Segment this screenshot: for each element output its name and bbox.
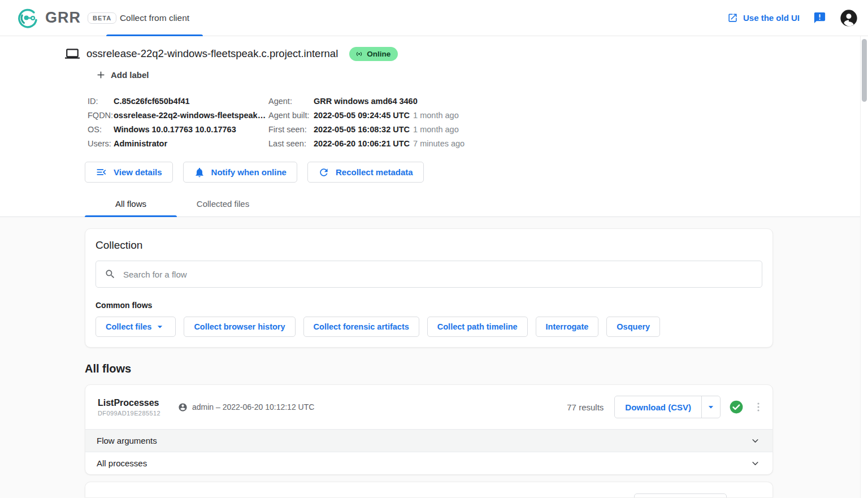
detail-relative-time: 1 month ago [413,125,459,134]
scrollbar-thumb[interactable] [862,39,867,102]
interrogate-button[interactable]: Interrogate [536,317,599,337]
collect-files-button[interactable]: Collect files [96,317,176,337]
feedback-icon [813,11,826,24]
tab-all-flows[interactable]: All flows [85,190,177,216]
feedback-button[interactable] [813,11,826,24]
brand-name: GRR [45,9,81,27]
detail-value: GRR windows amd64 3460 [314,97,418,106]
detail-label: Agent built: [268,111,314,120]
tab-collect-from-client[interactable]: Collect from client [106,0,203,36]
online-broadcast-icon [355,50,363,58]
add-label-label: Add label [111,70,149,80]
collect-forensic-artifacts-button[interactable]: Collect forensic artifacts [303,317,419,337]
collect-forensic-artifacts-label: Collect forensic artifacts [314,322,409,331]
top-bar-right: Use the old UI [727,9,868,27]
add-label-button[interactable]: Add label [96,70,149,80]
partial-download-button[interactable] [634,493,727,497]
laptop-icon [65,46,80,61]
detail-row-last-seen: Last seen: 2022-06-20 10:06:21 UTC 7 min… [268,136,465,150]
detail-label: ID: [88,97,114,106]
client-action-buttons: View details Notify when online Recollec… [85,162,868,183]
collect-browser-history-button[interactable]: Collect browser history [184,317,295,337]
detail-value: 2022-06-20 10:06:21 UTC [314,139,410,148]
person-circle-icon [178,402,188,412]
caret-down-icon [154,321,166,332]
notify-when-online-button[interactable]: Notify when online [183,162,297,183]
user-avatar[interactable] [840,9,858,27]
detail-row-os: OS: Windows 10.0.17763 10.0.17763 [88,122,268,136]
chevron-down-icon[interactable] [749,457,761,469]
tab-all-flows-label: All flows [115,199,146,209]
use-old-ui-link[interactable]: Use the old UI [727,12,800,23]
client-details-left: ID: C.85c26fcf650b4f41 FQDN: ossrelease-… [88,94,268,150]
client-hostname: ossrelease-22q2-windows-fleetspeak.c.pro… [86,47,338,60]
online-status-badge: Online [349,47,398,61]
all-processes-label: All processes [97,458,147,468]
flow-arguments-expander[interactable]: Flow arguments [85,429,772,452]
next-flow-card-partial [85,482,773,497]
collect-path-timeline-button[interactable]: Collect path timeline [427,317,528,337]
flow-name-block: ListProcesses DF099AD19E285512 [98,398,178,417]
detail-relative-time: 1 month ago [413,111,459,120]
brand: GRR BETA [0,7,116,29]
collect-files-label: Collect files [106,322,151,331]
flow-search-input[interactable] [123,270,753,279]
detail-row-agent: Agent: GRR windows amd64 3460 [268,94,465,108]
view-details-label: View details [114,167,162,177]
flow-results-count: 77 results [567,402,604,412]
detail-value: Windows 10.0.17763 10.0.17763 [114,125,236,134]
flow-creator-line: admin – 2022-06-20 10:12:12 UTC [192,402,314,412]
use-old-ui-label: Use the old UI [743,13,800,23]
client-tabs: All flows Collected files [0,190,868,217]
flow-creator: admin – 2022-06-20 10:12:12 UTC [178,402,314,412]
tab-collected-files-label: Collected files [197,199,249,209]
detail-label: Last seen: [268,139,314,148]
flow-name: ListProcesses [98,398,178,408]
chevron-down-icon[interactable] [749,435,761,447]
open-in-new-icon [727,12,738,23]
recollect-metadata-label: Recollect metadata [336,167,413,177]
detail-label: FQDN: [88,111,114,120]
flow-menu-button[interactable] [752,401,765,413]
collection-card: Collection Common flows Collect files Co… [85,228,773,348]
detail-label: OS: [88,125,114,134]
download-csv-button[interactable]: Download (CSV) [615,396,701,418]
add-label-row: Add label [96,70,868,83]
flow-card-listprocesses: ListProcesses DF099AD19E285512 admin – 2… [85,384,773,475]
detail-value: C.85c26fcf650b4f41 [114,97,190,106]
flow-arguments-label: Flow arguments [97,436,157,445]
flow-search-box [96,261,762,288]
page-scrollbar[interactable] [860,36,868,498]
bell-icon [194,167,205,178]
grr-logo-icon [17,7,38,29]
common-flows-label: Common flows [96,301,762,310]
detail-row-users: Users: Administrator [88,136,268,150]
collection-title: Collection [96,239,762,252]
check-circle-icon [729,400,744,414]
tab-collected-files[interactable]: Collected files [177,190,269,216]
menu-open-icon [96,166,107,178]
plus-icon [96,70,106,80]
client-details-right: Agent: GRR windows amd64 3460 Agent buil… [268,94,465,150]
collect-browser-history-label: Collect browser history [194,322,285,331]
flow-id: DF099AD19E285512 [98,410,178,417]
caret-down-icon [705,401,717,413]
download-options-button[interactable] [701,396,720,418]
detail-value: Administrator [114,139,167,148]
view-details-button[interactable]: View details [85,162,173,183]
collect-path-timeline-label: Collect path timeline [437,322,518,331]
osquery-button[interactable]: Osquery [606,317,660,337]
common-flows-buttons: Collect files Collect browser history Co… [96,317,762,337]
search-icon [105,269,116,280]
download-split-button: Download (CSV) [614,396,721,418]
client-details: ID: C.85c26fcf650b4f41 FQDN: ossrelease-… [88,94,868,150]
online-status-label: Online [367,50,390,58]
flow-header-right: 77 results Download (CSV) [567,396,765,418]
detail-row-id: ID: C.85c26fcf650b4f41 [88,94,268,108]
all-processes-expander[interactable]: All processes [85,452,772,474]
detail-row-agent-built: Agent built: 2022-05-05 09:24:45 UTC 1 m… [268,108,465,122]
detail-label: Users: [88,139,114,148]
recollect-metadata-button[interactable]: Recollect metadata [307,162,424,183]
detail-row-first-seen: First seen: 2022-05-05 16:08:32 UTC 1 mo… [268,122,465,136]
refresh-icon [318,167,329,178]
